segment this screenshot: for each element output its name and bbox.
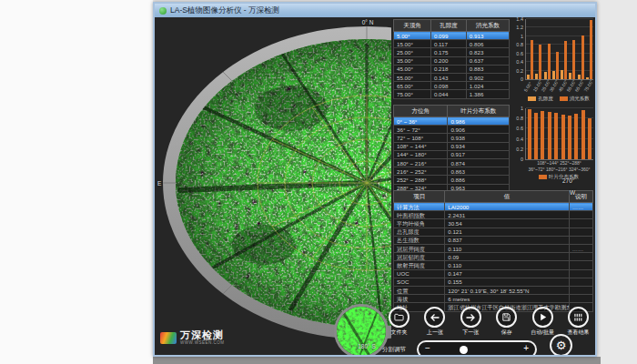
chart-bar (581, 110, 585, 159)
table-row[interactable]: 55.00°0.1430.902 (394, 74, 510, 82)
chart-bar (527, 75, 530, 79)
table-row[interactable]: 15.00°0.1170.806 (394, 40, 510, 48)
table-cell: 0.121 (445, 228, 570, 236)
table-row[interactable]: 25.00°0.1750.823 (394, 48, 510, 56)
column-header: 天顶角 (394, 20, 431, 32)
table-cell: 0.917 (448, 150, 510, 158)
table-cell: 252° ~ 288° (394, 176, 448, 184)
chart-bar (568, 116, 571, 159)
table-row[interactable]: 65.00°0.0981.024 (394, 82, 510, 90)
table-cell: 0.110 (445, 245, 570, 253)
client-area: 0° N 180° S E 270° W 天顶角孔隙度消光系数5.00°0.09… (155, 17, 595, 355)
table-cell: 25.00° (394, 48, 431, 56)
y-axis-tick: 1 (521, 34, 523, 39)
table-row[interactable]: 75.00°0.0441.386 (394, 90, 510, 98)
desktop-left-margin (0, 0, 153, 364)
wseen-logo-mark (160, 332, 177, 344)
table-cell: 144° ~ 180° (394, 150, 448, 158)
table-cell: 1.024 (466, 82, 509, 90)
y-axis-tick: 0.4 (516, 59, 523, 65)
table-cell: LAI2000 (445, 203, 570, 211)
table-row[interactable]: 180° ~ 216°0.874 (394, 159, 510, 167)
results-button[interactable]: 查看结果 (561, 307, 595, 337)
table-cell (569, 253, 592, 261)
table-row[interactable]: 总孔隙度0.121 (394, 228, 593, 236)
slider-thumb[interactable] (460, 346, 468, 354)
table-cell: 108° ~ 144° (394, 142, 448, 150)
chart-bar (528, 109, 531, 159)
table-cell: 6 metres (445, 295, 570, 303)
table-cell: 0.147 (445, 269, 570, 278)
table-row[interactable]: 35.00°0.2000.637 (394, 56, 510, 65)
prev-button[interactable]: 上一张 (418, 307, 451, 337)
chart-bar (531, 40, 533, 79)
table-row[interactable]: 252° ~ 288°0.886 (394, 176, 510, 184)
table-row[interactable]: 海拔6 metres (394, 295, 593, 303)
table-cell: 0.886 (448, 176, 510, 184)
table-row[interactable]: 平均叶倾角30.54 (394, 219, 593, 228)
save-button[interactable]: 保存 (490, 307, 523, 337)
y-axis-tick: 1.4 (516, 17, 523, 22)
chart-bar (590, 20, 592, 79)
porosity-extinction-chart: 00.20.40.60.811.21.45.00°15.00°25.00°35.… (513, 19, 593, 102)
table-cell: 180° ~ 216° (394, 159, 448, 167)
table-row[interactable]: 丛生指数0.837 (394, 236, 593, 244)
gear-icon: ⚙ (556, 339, 567, 351)
table-row[interactable]: UOC0.147 (394, 269, 593, 278)
table-cell: 0.906 (448, 126, 510, 134)
table-row[interactable]: 5.00°0.0990.913 (394, 32, 510, 40)
table-row[interactable]: 72° ~ 108°0.938 (394, 134, 510, 142)
settings-button[interactable]: ⚙ 设置 (550, 334, 572, 355)
table-cell: 0.099 (430, 32, 466, 40)
chart-bar (572, 40, 575, 79)
wseen-logo: 万深检测 WWW.WSEEN.COM (160, 330, 225, 345)
table-cell: 散射开阔度 (394, 261, 445, 269)
table-cell: 0.155 (445, 278, 570, 286)
table-cell: 冠层开阔度 (394, 245, 445, 253)
table-cell: 0.044 (430, 90, 466, 98)
table-cell: 0.938 (448, 134, 510, 142)
table-cell: 叶面积指数 (394, 211, 445, 219)
table-cell: 36° ~ 72° (394, 126, 448, 134)
table-cell: 0.200 (430, 56, 466, 65)
auto-button[interactable]: 自动/批量 (526, 307, 560, 337)
slider-minus-button[interactable]: − (425, 343, 430, 354)
table-row[interactable]: 位置120° 21' 0.19"E, 30° 18' 52.55"N (394, 287, 593, 295)
title-bar[interactable]: LA-S植物图像分析仪 - 万深检测 (155, 4, 595, 17)
table-row[interactable]: 108° ~ 144°0.934 (394, 142, 510, 150)
table-row[interactable]: 0° ~ 36°0.986 (394, 117, 510, 126)
table-cell: 0.09 (445, 253, 570, 261)
grid-icon (568, 307, 589, 328)
table-cell: 0.098 (430, 82, 466, 90)
next-button[interactable]: 下一张 (454, 307, 488, 337)
folder-button[interactable]: 文件夹 (382, 307, 416, 337)
table-row[interactable]: 144° ~ 180°0.917 (394, 150, 510, 158)
table-row[interactable]: 计算方法LAI2000…… (394, 203, 593, 211)
desktop-bottom-strip (153, 357, 601, 364)
y-axis-tick: 0.6 (516, 126, 523, 131)
arrow-left-icon (424, 307, 445, 328)
column-header: 孔隙度 (430, 20, 466, 32)
app-icon (159, 7, 167, 15)
slider-label: 分割调节 (382, 346, 417, 354)
table-cell: 65.00° (394, 82, 431, 90)
table-row[interactable]: 216° ~ 252°0.863 (394, 167, 510, 176)
table-row[interactable]: 45.00°0.2180.883 (394, 65, 510, 73)
table-cell: UOC (394, 269, 445, 278)
chart-bar (554, 113, 558, 159)
slider-plus-button[interactable]: + (523, 343, 529, 354)
y-axis-tick: 0 (521, 76, 523, 82)
chart-bar (539, 45, 541, 79)
table-row[interactable]: SOC0.155 (394, 278, 593, 286)
table-cell: 0.934 (448, 142, 510, 150)
table-row[interactable]: 叶面积指数2.2431 (394, 211, 593, 219)
table-cell: 位置 (394, 287, 445, 295)
table-row[interactable]: 散射开阔度0.110 (394, 261, 593, 269)
chart-bar (561, 70, 563, 79)
table-row[interactable]: 冠层郁闭度0.09 (394, 253, 593, 261)
table-row[interactable]: 36° ~ 72°0.906 (394, 126, 510, 134)
table-cell: 0.175 (430, 48, 466, 56)
segmentation-slider[interactable]: − + (417, 340, 537, 355)
compass-label-west: W (570, 189, 575, 196)
table-row[interactable]: 冠层开阔度0.110…… (394, 245, 593, 253)
